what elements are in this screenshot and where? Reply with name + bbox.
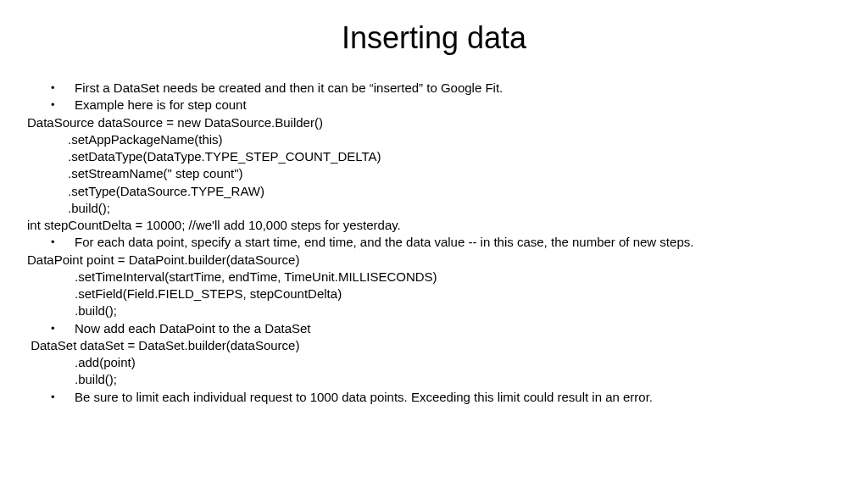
code-line: int stepCountDelta = 10000; //we'll add … <box>27 217 841 234</box>
bullet-item: • Now add each DataPoint to the a DataSe… <box>27 320 841 337</box>
code-line: .build(); <box>27 200 841 217</box>
bullet-marker: • <box>51 320 75 337</box>
bullet-item: • Example here is for step count <box>27 97 841 114</box>
bullet-text: Example here is for step count <box>75 97 841 114</box>
slide-title: Inserting data <box>27 20 841 56</box>
bullet-marker: • <box>51 389 75 406</box>
code-line: .add(point) <box>27 354 841 371</box>
bullet-text: Now add each DataPoint to the a DataSet <box>75 320 841 337</box>
bullet-text: First a DataSet needs be created and the… <box>75 80 841 97</box>
slide-content: • First a DataSet needs be created and t… <box>27 80 841 406</box>
code-line: .setStreamName(" step count") <box>27 165 841 182</box>
code-line: DataSource dataSource = new DataSource.B… <box>27 114 841 131</box>
code-line: .setAppPackageName(this) <box>27 131 841 148</box>
bullet-text: Be sure to limit each individual request… <box>75 389 841 406</box>
bullet-marker: • <box>51 80 75 97</box>
code-line: .setTimeInterval(startTime, endTime, Tim… <box>27 269 841 286</box>
bullet-item: • First a DataSet needs be created and t… <box>27 80 841 97</box>
bullet-text: For each data point, specify a start tim… <box>75 234 841 251</box>
code-line: .build(); <box>27 302 841 319</box>
code-line: .build(); <box>27 371 841 388</box>
bullet-marker: • <box>51 97 75 114</box>
bullet-marker: • <box>51 234 75 251</box>
code-line: DataSet dataSet = DataSet.builder(dataSo… <box>27 337 841 354</box>
code-line: .setField(Field.FIELD_STEPS, stepCountDe… <box>27 286 841 302</box>
bullet-item: • Be sure to limit each individual reque… <box>27 389 841 406</box>
code-line: .setDataType(DataType.TYPE_STEP_COUNT_DE… <box>27 148 841 165</box>
code-line: .setType(DataSource.TYPE_RAW) <box>27 183 841 200</box>
code-line: DataPoint point = DataPoint.builder(data… <box>27 252 841 269</box>
bullet-item: • For each data point, specify a start t… <box>27 234 841 251</box>
